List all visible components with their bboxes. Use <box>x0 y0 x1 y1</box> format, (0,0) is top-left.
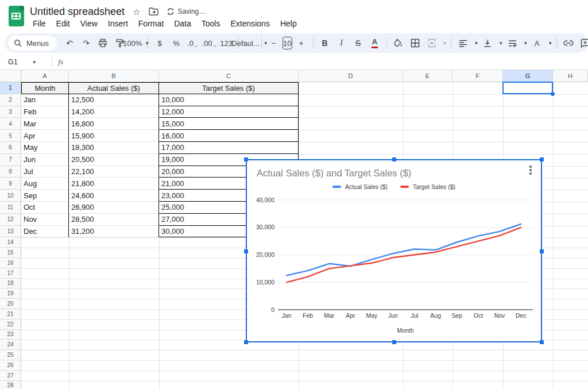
column-header-C[interactable]: C <box>159 70 299 82</box>
sheet-cell[interactable]: Sep <box>21 190 69 202</box>
resize-handle[interactable] <box>540 340 544 344</box>
menu-item-view[interactable]: View <box>75 17 103 30</box>
sheet-cell[interactable]: Aug <box>21 178 69 190</box>
sheet-cell[interactable]: Mar <box>21 118 69 130</box>
row-header-20[interactable]: 20 <box>0 299 21 309</box>
italic-button[interactable]: I <box>334 36 349 51</box>
row-header-28[interactable]: 28 <box>0 381 21 389</box>
fill-color-button[interactable] <box>391 36 406 51</box>
borders-button[interactable] <box>408 36 423 51</box>
sheet-cell[interactable]: 20,500 <box>69 154 159 166</box>
column-header-H[interactable]: H <box>553 70 588 82</box>
row-header-12[interactable]: 12 <box>0 214 21 226</box>
row-header-18[interactable]: 18 <box>0 279 21 289</box>
row-header-27[interactable]: 27 <box>0 371 21 381</box>
text-wrap-button[interactable] <box>505 36 520 51</box>
chevron-down-icon[interactable]: ▼ <box>523 41 528 46</box>
sheets-logo-icon[interactable] <box>9 6 24 26</box>
vertical-align-button[interactable] <box>480 36 495 51</box>
format-currency-button[interactable]: $ <box>152 36 167 51</box>
sheet-cell[interactable]: 16,800 <box>69 118 159 130</box>
sheet-cell[interactable]: 15,000 <box>159 118 299 130</box>
sheet-cell[interactable]: 12,500 <box>69 94 159 106</box>
row-header-4[interactable]: 4 <box>0 118 21 130</box>
column-header-E[interactable]: E <box>403 70 452 82</box>
sheet-cell[interactable]: 26,900 <box>69 202 159 214</box>
sheet-header-cell[interactable]: Target Sales ($) <box>159 82 299 94</box>
chevron-down-icon[interactable]: ▼ <box>498 41 503 46</box>
column-header-F[interactable]: F <box>452 70 503 82</box>
column-header-B[interactable]: B <box>69 70 159 82</box>
column-header-D[interactable]: D <box>299 70 403 82</box>
sheet-header-cell[interactable]: Month <box>21 82 69 94</box>
strikethrough-button[interactable]: S <box>351 36 366 51</box>
insert-link-button[interactable] <box>561 36 576 51</box>
resize-handle[interactable] <box>244 340 248 344</box>
row-header-16[interactable]: 16 <box>0 258 21 268</box>
fill-handle[interactable] <box>551 92 555 96</box>
sheet-cell[interactable]: 22,100 <box>69 166 159 178</box>
row-header-3[interactable]: 3 <box>0 106 21 118</box>
row-header-9[interactable]: 9 <box>0 178 21 190</box>
menu-item-file[interactable]: File <box>28 17 51 30</box>
sheet-cell[interactable]: 24,600 <box>69 190 159 202</box>
sheet-cell[interactable]: Dec <box>21 226 69 238</box>
sheet-cell[interactable]: 16,000 <box>159 130 299 142</box>
menu-item-help[interactable]: Help <box>275 17 302 30</box>
sheet-cell[interactable]: Apr <box>21 130 69 142</box>
column-header-G[interactable]: G <box>503 70 553 82</box>
menu-item-insert[interactable]: Insert <box>103 17 133 30</box>
row-header-26[interactable]: 26 <box>0 360 21 371</box>
sheet-cell[interactable]: 31,200 <box>69 226 159 238</box>
resize-handle[interactable] <box>244 157 248 161</box>
sheet-cell[interactable]: 17,000 <box>159 142 299 154</box>
row-header-11[interactable]: 11 <box>0 202 21 214</box>
decrease-font-size-button[interactable]: − <box>266 36 281 51</box>
chevron-down-icon[interactable]: ▼ <box>474 41 478 46</box>
document-title[interactable]: Untitled spreadsheet <box>30 6 125 18</box>
chevron-down-icon[interactable]: ▼ <box>32 60 37 65</box>
font-size-input[interactable]: 10 <box>283 37 292 49</box>
text-rotation-button[interactable]: A <box>529 36 544 51</box>
star-icon[interactable]: ☆ <box>133 7 140 16</box>
row-header-10[interactable]: 10 <box>0 190 21 202</box>
font-family-select[interactable]: Defaul...▼ <box>242 36 257 51</box>
sheet-cell[interactable]: 12,000 <box>159 106 299 118</box>
row-header-25[interactable]: 25 <box>0 350 21 360</box>
chart-options-icon[interactable] <box>526 164 535 176</box>
sheet-header-cell[interactable]: Actual Sales ($) <box>69 82 159 94</box>
menus-search-button[interactable]: Menus <box>8 36 57 51</box>
chevron-down-icon[interactable]: ▼ <box>548 41 552 46</box>
row-header-2[interactable]: 2 <box>0 94 21 106</box>
row-header-6[interactable]: 6 <box>0 142 21 154</box>
row-header-24[interactable]: 24 <box>0 340 21 350</box>
insert-comment-button[interactable] <box>578 36 588 51</box>
sheet-cell[interactable]: May <box>21 142 69 154</box>
menu-item-format[interactable]: Format <box>133 17 169 30</box>
menu-item-tools[interactable]: Tools <box>196 17 226 30</box>
resize-handle[interactable] <box>540 249 544 253</box>
row-header-19[interactable]: 19 <box>0 288 21 299</box>
row-header-23[interactable]: 23 <box>0 330 21 340</box>
sheet-cell[interactable]: Jun <box>21 154 69 166</box>
row-header-8[interactable]: 8 <box>0 166 21 178</box>
row-header-5[interactable]: 5 <box>0 130 21 142</box>
menu-item-data[interactable]: Data <box>169 17 196 30</box>
bold-button[interactable]: B <box>318 36 332 51</box>
merge-cells-button[interactable] <box>424 36 439 51</box>
column-header-A[interactable]: A <box>21 70 69 82</box>
undo-button[interactable]: ↶ <box>62 36 77 51</box>
sheet-cell[interactable]: 14,200 <box>69 106 159 118</box>
sheet-cell[interactable]: Oct <box>21 202 69 214</box>
format-percent-button[interactable]: % <box>169 36 184 51</box>
increase-font-size-button[interactable]: + <box>294 36 309 51</box>
sheet-cell[interactable]: 10,000 <box>159 94 299 106</box>
row-header-7[interactable]: 7 <box>0 154 21 166</box>
row-header-22[interactable]: 22 <box>0 319 21 330</box>
resize-handle[interactable] <box>392 340 396 344</box>
sheet-cell[interactable]: 15,900 <box>69 130 159 142</box>
sheet-cell[interactable]: 21,800 <box>69 178 159 190</box>
sheet-cell[interactable]: Feb <box>21 106 69 118</box>
row-header-1[interactable]: 1 <box>0 82 21 94</box>
spreadsheet-grid[interactable]: MonthActual Sales ($)Target Sales ($)Jan… <box>0 70 588 389</box>
